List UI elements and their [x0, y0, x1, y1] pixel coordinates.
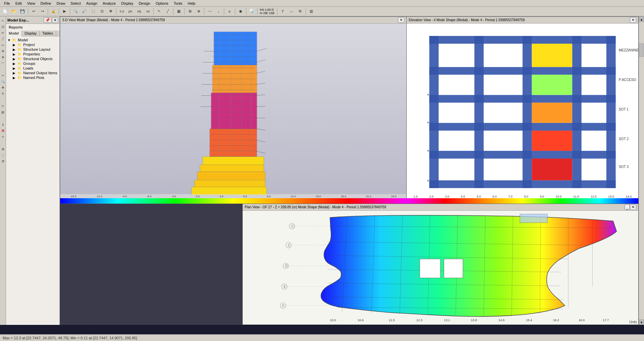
menu-draw[interactable]: Draw [54, 1, 68, 6]
tb-results[interactable]: 📊 [248, 8, 256, 15]
lt-edit[interactable]: ⊞ [0, 146, 6, 152]
lt-pencil[interactable]: ✏ [0, 30, 6, 36]
tb-zoom-fit[interactable]: ⊡ [98, 8, 106, 15]
tb-3d-btn[interactable]: 3-d [118, 8, 126, 15]
tb-zoom-in[interactable]: 🔍 [72, 8, 80, 15]
svg-rect-68 [484, 75, 523, 95]
tb-assign1[interactable]: ≡ [226, 8, 234, 15]
tb-display1[interactable]: ◉ [237, 8, 245, 15]
view-plan-canvas[interactable]: C C D E F [243, 211, 638, 325]
menu-analyze[interactable]: Analyze [100, 1, 118, 6]
svg-rect-54 [523, 36, 532, 188]
tb-loads1[interactable]: ↓ [214, 8, 223, 15]
lt-area[interactable]: ▭ [0, 42, 6, 48]
lt-options2[interactable]: ⚙ [0, 159, 6, 164]
sidebar-close-btn[interactable]: ✕ [52, 17, 58, 23]
tb-springs[interactable]: 〰 [206, 8, 214, 15]
tb-save[interactable]: 💾 [18, 8, 27, 15]
lt-link[interactable]: ⊗ [0, 54, 6, 60]
lt-cut[interactable]: ✂ [0, 73, 6, 78]
lt-info[interactable]: ℹ [0, 122, 6, 127]
view-elevation-canvas[interactable]: MEZZANINE P ACCESO SOT 1 SOT 2 SOT 3 ✕ ✕… [407, 24, 638, 204]
main-area: ↖ ⊡ ✏ ╱ ▭ ⊕ ⊗ 〰 ✂ 🔍 ✥ ↻ ⊢ ▤ ℹ ✕ ≡ ⊞ ⬚ ⚙ … [0, 16, 644, 325]
lt-line[interactable]: ╱ [0, 36, 6, 42]
menu-define[interactable]: Define [38, 1, 54, 6]
lt-x-mark[interactable]: ✕ [0, 128, 6, 133]
tb-run[interactable]: ▶ [61, 8, 69, 15]
lt-rotate[interactable]: ↻ [0, 91, 6, 96]
tree-named-output[interactable]: ▶ 📁 Named Output Items [6, 71, 59, 75]
view-area: 3-D View Mode Shape (Modal) - Mode 4 - P… [60, 16, 639, 325]
tb-nd-btn[interactable]: nd [144, 8, 152, 15]
menu-display[interactable]: Display [119, 1, 136, 6]
tb-select-all[interactable]: ▦ [175, 8, 183, 15]
menu-tools[interactable]: Tools [171, 1, 185, 6]
tb-more[interactable]: ▥ [307, 8, 315, 15]
tree-named-plots[interactable]: ▶ 📁 Named Plots [6, 75, 59, 80]
tab-model[interactable]: Model [6, 31, 22, 36]
lt-measure[interactable]: ⊢ [0, 103, 6, 109]
tb-undo[interactable]: ↩ [30, 8, 38, 15]
tb-new[interactable]: 📄 [1, 8, 9, 15]
right-scrollbar[interactable]: ▲ ▼ [639, 16, 644, 325]
menu-options[interactable]: Options [153, 1, 171, 6]
lt-pointer[interactable]: ↖ [0, 18, 6, 24]
scroll-thumb[interactable] [639, 43, 644, 57]
menu-assign[interactable]: Assign [83, 1, 100, 6]
scroll-down-btn[interactable]: ▼ [639, 319, 644, 325]
tb-zoom-out[interactable]: 🔎 [80, 8, 88, 15]
tb-lock[interactable]: 🔒 [49, 8, 57, 15]
svg-rect-55 [572, 36, 581, 188]
lt-spring[interactable]: 〰 [0, 60, 6, 66]
tb-zoom-rect[interactable]: ⬚ [89, 8, 97, 15]
tb-grid[interactable]: ⊞ [186, 8, 194, 15]
tb-pointer[interactable]: ↖ [155, 8, 163, 15]
view-plan-close[interactable]: ✕ [630, 204, 636, 210]
svg-text:15.4: 15.4 [526, 318, 532, 322]
tree-loads[interactable]: ▶ 📁 Loads [6, 66, 59, 71]
menu-design[interactable]: Design [136, 1, 153, 6]
sidebar-pin-btn[interactable]: 📌 [44, 17, 51, 23]
view-3d-close[interactable]: ✕ [398, 17, 404, 23]
tab-tables[interactable]: Tables [40, 31, 56, 36]
tb-draw-line[interactable]: ╱ [164, 8, 172, 15]
tree-project[interactable]: ▶ 📁 Project [6, 42, 59, 47]
tree-properties[interactable]: ▶ 📁 Properties [6, 52, 59, 56]
lt-select[interactable]: ⊡ [0, 24, 6, 30]
lt-section[interactable]: ▤ [0, 110, 6, 115]
tree-structural-objects[interactable]: ▶ 📁 Structural Objects [6, 56, 59, 61]
tb-property[interactable]: ⚙ [296, 8, 304, 15]
tb-elev-btn[interactable]: elij [135, 8, 143, 15]
lt-node[interactable]: ⊕ [0, 48, 6, 54]
lt-pan2[interactable]: ✥ [0, 85, 6, 90]
tb-redo[interactable]: ↪ [38, 8, 46, 15]
tree-groups[interactable]: ▶ 📁 Groups [6, 61, 59, 66]
view-elevation-close[interactable]: ✕ [630, 17, 636, 23]
named-plots-expander: ▶ [13, 76, 17, 80]
tb-open[interactable]: 📂 [10, 8, 18, 15]
menu-select[interactable]: Select [68, 1, 84, 6]
left-toolbar: ↖ ⊡ ✏ ╱ ▭ ⊕ ⊗ 〰 ✂ 🔍 ✥ ↻ ⊢ ▤ ℹ ✕ ≡ ⊞ ⬚ ⚙ [0, 16, 6, 325]
scroll-up-btn[interactable]: ▲ [639, 16, 644, 22]
svg-rect-3 [195, 180, 265, 187]
tb-text[interactable]: T [279, 8, 287, 15]
lt-assign2[interactable]: ≡ [0, 134, 6, 139]
structural-icon: 📁 [17, 57, 22, 61]
menu-edit[interactable]: Edit [13, 1, 25, 6]
svg-text:✕: ✕ [427, 93, 430, 96]
view-plan-minimize[interactable]: _ [625, 204, 630, 210]
tb-plan-btn[interactable]: pln [126, 8, 134, 15]
tb-pan[interactable]: ✥ [107, 8, 115, 15]
view-3d-canvas[interactable]: -15.0 -12.0 -9.0 -6.0 -3.0 0.0 3.0 6.0 9… [60, 24, 406, 204]
tab-display[interactable]: Display [22, 31, 40, 36]
tree-structure-layout[interactable]: ▶ 📁 Structure Layout [6, 47, 59, 52]
lt-draw2[interactable]: ⬚ [0, 153, 6, 158]
tree-root-model[interactable]: ▼ 📁 Model [6, 38, 59, 42]
menu-file[interactable]: File [1, 1, 13, 6]
view-elevation-panel: Elevation View - 4 Mode Shape (Modal) - … [407, 16, 639, 204]
tb-snap[interactable]: ⊕ [195, 8, 203, 15]
menu-help[interactable]: Help [185, 1, 198, 6]
menu-view[interactable]: View [25, 1, 38, 6]
lt-zoom[interactable]: 🔍 [0, 79, 6, 84]
tb-dim[interactable]: ↔ [287, 8, 295, 15]
